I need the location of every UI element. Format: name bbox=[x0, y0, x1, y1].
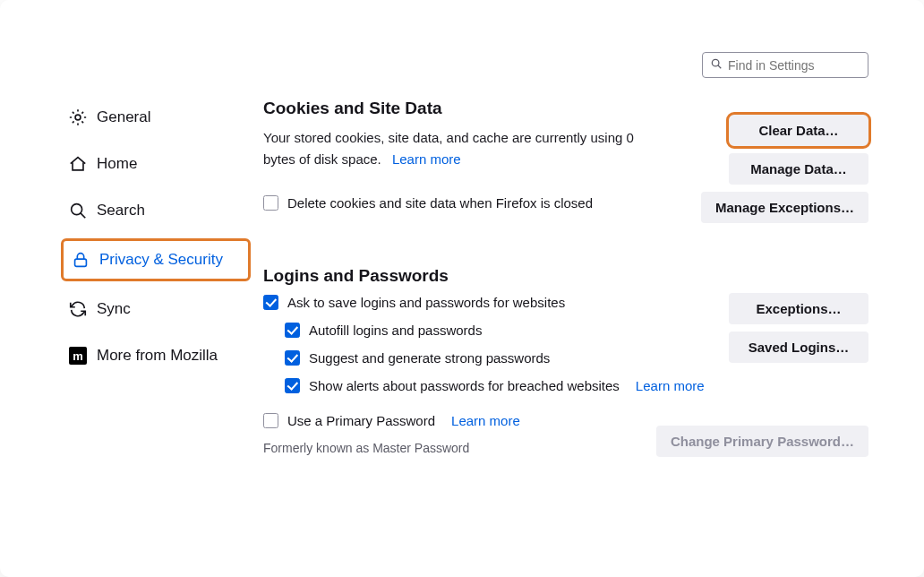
primary-learn-more-link[interactable]: Learn more bbox=[451, 413, 520, 428]
manage-data-button[interactable]: Manage Data… bbox=[729, 153, 868, 185]
svg-line-4 bbox=[81, 213, 85, 218]
suggest-checkbox[interactable] bbox=[285, 350, 300, 366]
suggest-label: Suggest and generate strong passwords bbox=[309, 350, 550, 366]
search-wrap bbox=[702, 52, 868, 78]
svg-line-1 bbox=[718, 65, 721, 68]
exceptions-button[interactable]: Exceptions… bbox=[729, 293, 868, 324]
cookies-learn-more-link[interactable]: Learn more bbox=[392, 151, 461, 167]
autofill-label: Autofill logins and passwords bbox=[309, 323, 482, 338]
sidebar-item-label: Privacy & Security bbox=[99, 251, 223, 269]
sidebar-item-general[interactable]: General bbox=[61, 99, 251, 136]
lock-icon bbox=[71, 250, 90, 270]
gear-icon bbox=[68, 108, 88, 127]
change-primary-wrap: Change Primary Password… bbox=[656, 426, 868, 457]
sidebar-item-label: General bbox=[97, 108, 150, 126]
svg-point-0 bbox=[712, 59, 719, 66]
sidebar-item-home[interactable]: Home bbox=[61, 145, 251, 183]
autofill-checkbox[interactable] bbox=[285, 323, 300, 338]
sidebar-item-privacy-security[interactable]: Privacy & Security bbox=[61, 238, 251, 281]
primary-password-checkbox[interactable] bbox=[263, 413, 278, 428]
sidebar-item-label: Search bbox=[97, 202, 145, 220]
sidebar-item-label: Home bbox=[97, 155, 137, 173]
sidebar-item-label: Sync bbox=[97, 300, 131, 318]
alerts-learn-more-link[interactable]: Learn more bbox=[636, 378, 705, 393]
clear-data-button[interactable]: Clear Data… bbox=[729, 115, 868, 146]
sync-icon bbox=[68, 299, 88, 319]
home-icon bbox=[68, 154, 88, 174]
manage-exceptions-button[interactable]: Manage Exceptions… bbox=[701, 192, 868, 223]
alerts-checkbox[interactable] bbox=[285, 378, 300, 393]
ask-save-checkbox[interactable] bbox=[263, 295, 278, 310]
cookies-section: Cookies and Site Data Your stored cookie… bbox=[263, 99, 881, 211]
mozilla-icon: m bbox=[68, 346, 88, 366]
logins-title: Logins and Passwords bbox=[263, 266, 881, 286]
settings-window: General Home Search bbox=[0, 0, 924, 577]
cookies-buttons: Clear Data… Manage Data… Manage Exceptio… bbox=[701, 115, 868, 223]
ask-save-label: Ask to save logins and passwords for web… bbox=[287, 295, 565, 310]
sidebar-item-sync[interactable]: Sync bbox=[61, 290, 251, 328]
svg-rect-5 bbox=[75, 259, 87, 266]
change-primary-password-button[interactable]: Change Primary Password… bbox=[656, 426, 868, 457]
svg-point-3 bbox=[72, 204, 82, 215]
alerts-row: Show alerts about passwords for breached… bbox=[285, 378, 881, 393]
saved-logins-button[interactable]: Saved Logins… bbox=[729, 332, 868, 363]
search-input[interactable] bbox=[728, 58, 860, 73]
primary-password-label: Use a Primary Password bbox=[287, 413, 435, 428]
alerts-label: Show alerts about passwords for breached… bbox=[309, 378, 620, 393]
logins-section: Logins and Passwords Ask to save logins … bbox=[263, 266, 881, 455]
search-icon bbox=[710, 57, 728, 73]
sidebar: General Home Search bbox=[43, 99, 251, 496]
delete-cookies-checkbox[interactable] bbox=[263, 195, 278, 211]
logins-buttons: Exceptions… Saved Logins… bbox=[729, 293, 868, 363]
search-box[interactable] bbox=[702, 52, 868, 78]
sidebar-item-label: More from Mozilla bbox=[97, 347, 218, 365]
content-area: Cookies and Site Data Your stored cookie… bbox=[251, 99, 881, 496]
search-icon bbox=[68, 201, 88, 220]
cookies-desc: Your stored cookies, site data, and cach… bbox=[263, 127, 657, 170]
sidebar-item-search[interactable]: Search bbox=[61, 192, 251, 229]
sidebar-item-more-mozilla[interactable]: m More from Mozilla bbox=[61, 337, 251, 375]
delete-cookies-label: Delete cookies and site data when Firefo… bbox=[287, 195, 593, 211]
svg-point-2 bbox=[75, 115, 81, 120]
